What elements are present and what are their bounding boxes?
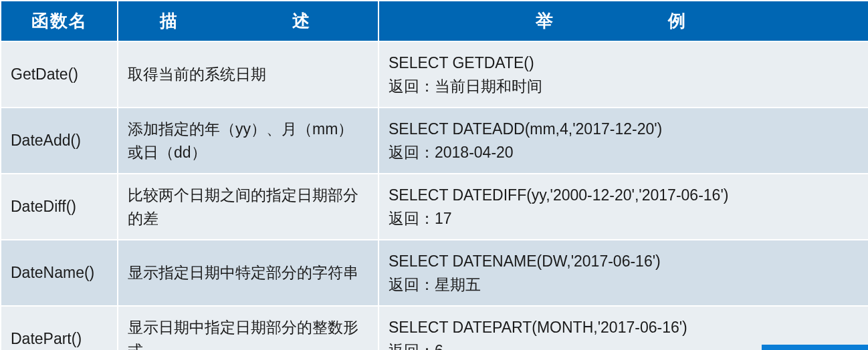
table-row: DateAdd() 添加指定的年（yy）、月（mm）或日（dd） SELECT … [1,108,868,174]
cell-desc: 添加指定的年（yy）、月（mm）或日（dd） [118,108,378,174]
cell-fn: DateDiff() [1,174,118,240]
watermark-badge: Gxlcms脚本 [762,345,869,350]
cell-desc: 取得当前的系统日期 [118,41,378,108]
cell-desc: 显示日期中指定日期部分的整数形式 [118,306,378,350]
cell-ex: SELECT DATEADD(mm,4,'2017-12-20')返回：2018… [378,108,868,174]
cell-desc: 比较两个日期之间的指定日期部分的差 [118,174,378,240]
cell-ex: SELECT DATENAME(DW,'2017-06-16')返回：星期五 [378,240,868,306]
cell-ex: SELECT DATEPART(MONTH,'2017-06-16')返回：6 [378,306,868,350]
header-desc: 描 述 [118,1,378,41]
cell-fn: DateAdd() [1,108,118,174]
table-row: DateDiff() 比较两个日期之间的指定日期部分的差 SELECT DATE… [1,174,868,240]
table-row: DateName() 显示指定日期中特定部分的字符串 SELECT DATENA… [1,240,868,306]
table-header-row: 函数名 描 述 举 例 [1,1,868,41]
cell-ex: SELECT GETDATE()返回：当前日期和时间 [378,41,868,108]
cell-ex: SELECT DATEDIFF(yy,'2000-12-20','2017-06… [378,174,868,240]
header-fn: 函数名 [1,1,118,41]
table-row: GetDate() 取得当前的系统日期 SELECT GETDATE()返回：当… [1,41,868,108]
cell-fn: GetDate() [1,41,118,108]
table-row: DatePart() 显示日期中指定日期部分的整数形式 SELECT DATEP… [1,306,868,350]
function-reference-table: 函数名 描 述 举 例 GetDate() 取得当前的系统日期 SELECT G… [0,0,868,350]
header-ex: 举 例 [378,1,868,41]
cell-fn: DatePart() [1,306,118,350]
cell-desc: 显示指定日期中特定部分的字符串 [118,240,378,306]
cell-fn: DateName() [1,240,118,306]
